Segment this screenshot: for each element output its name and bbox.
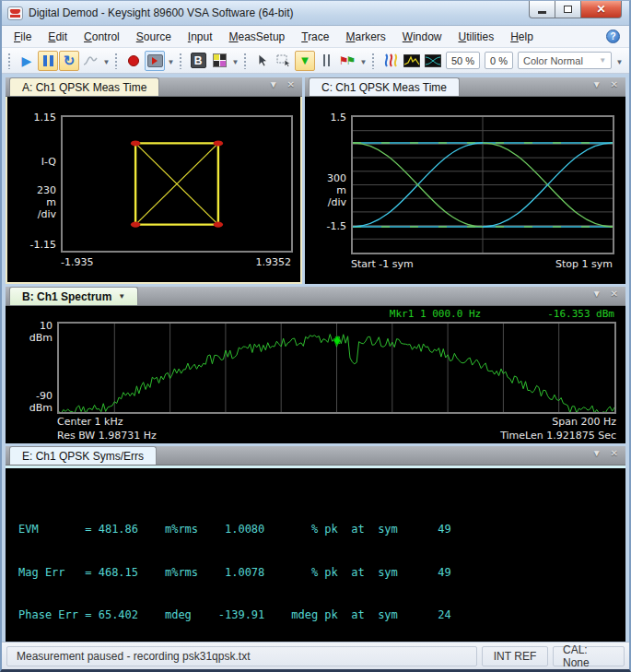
menu-meassetup[interactable]: MeasSetup (221, 28, 294, 46)
layout-dropdown[interactable]: ▼ (230, 52, 240, 70)
panel-a-x-axis: -1.935 1.9352 (7, 253, 293, 282)
menu-window[interactable]: Window (394, 28, 450, 46)
zoom-select-button[interactable] (274, 51, 294, 71)
panel-c-y-axis: 1.5 300 m /div -1.5 (305, 115, 351, 254)
minimize-icon (538, 11, 546, 14)
toolbar-grip[interactable] (7, 53, 12, 69)
display-dropdown[interactable]: ▼ (614, 52, 625, 70)
y-scale-unit: m (46, 196, 56, 208)
flags-icon: ⚑⚑ (339, 55, 356, 66)
restore-icon (564, 6, 572, 13)
menu-trace[interactable]: Trace (293, 28, 337, 46)
pointer-icon (256, 53, 269, 67)
toolbar-grip[interactable] (371, 53, 376, 69)
eye-diagram-plot (351, 115, 614, 254)
menu-edit[interactable]: Edit (40, 28, 76, 46)
marker-coupling-button[interactable]: ⚑⚑ (337, 51, 357, 71)
tab-a-qpsk-meas-time[interactable]: A: Ch1 QPSK Meas Time (9, 77, 159, 96)
panel-a-tabbar: A: Ch1 QPSK Meas Time ▼ ✕ (6, 77, 302, 97)
tab-b-spectrum[interactable]: B: Ch1 Spectrum ▼ (9, 287, 138, 305)
tab-e-syms-errs[interactable]: E: Ch1 QPSK Syms/Errs (9, 446, 157, 465)
menu-help[interactable]: Help (502, 28, 542, 46)
app-icon (7, 6, 23, 20)
span-label: Span 200 Hz (552, 416, 616, 428)
mag-err-row: Mag Err = 468.15 m%rms 1.0078 % pk at sy… (18, 566, 625, 581)
recording-player-button[interactable] (145, 51, 165, 71)
x-axis-stop-label: Stop 1 sym (555, 258, 613, 284)
spectrum-view-button[interactable] (402, 51, 422, 71)
x-axis-left-label: -1.935 (61, 256, 93, 282)
toolbar-grip[interactable] (179, 53, 183, 69)
panel-e-menu-button[interactable]: ▼ (592, 449, 602, 458)
marker-peak-button[interactable]: ▼ (295, 51, 315, 71)
panel-c-x-axis: Start -1 sym Stop 1 sym (305, 254, 614, 284)
color-scheme-value: Color Normal (523, 55, 583, 66)
pause-button[interactable] (38, 51, 58, 71)
menu-file[interactable]: File (6, 28, 40, 46)
y-axis-top-value: 10 (40, 320, 53, 332)
time-len-label: TimeLen 1.921875 Sec (500, 430, 616, 442)
single-sweep-button[interactable] (80, 51, 100, 71)
toolbar: ▶ ↻ ▼ ▼ B ▼ ▼ ⚑⚑ ▼ (2, 48, 629, 74)
layout-grid-icon (213, 53, 227, 67)
panel-b-tabbar: B: Ch1 Spectrum ▼ ▼ ✕ (6, 287, 625, 306)
y-axis-bottom-label: -1.5 (327, 220, 346, 232)
x-zoom-field[interactable]: 50 % (446, 52, 480, 69)
panel-a-menu-button[interactable]: ▼ (269, 80, 278, 89)
y-scale-value: 230 (37, 184, 56, 196)
panel-c-menu-button[interactable]: ▼ (592, 80, 602, 89)
help-icon[interactable]: ? (606, 29, 620, 43)
minimize-button[interactable] (529, 1, 555, 18)
eye-view-button[interactable] (423, 51, 443, 71)
menu-control[interactable]: Control (76, 28, 128, 46)
record-dropdown[interactable]: ▼ (166, 52, 176, 70)
panel-b-menu-button[interactable]: ▼ (592, 289, 602, 299)
calibration-indicator[interactable]: CAL: None (553, 646, 625, 666)
panel-e-tabbar: E: Ch1 QPSK Syms/Errs ▼ ✕ (6, 446, 625, 466)
trace-layout-button[interactable] (209, 51, 229, 71)
marker-readout-row: Mkr1 1 000.0 Hz -16.353 dBm (6, 308, 616, 322)
x-axis-start-label: Start -1 sym (351, 258, 414, 284)
tab-dropdown-icon[interactable]: ▼ (118, 292, 125, 301)
record-icon (128, 55, 139, 66)
menu-source[interactable]: Source (128, 28, 180, 46)
center-freq-label: Center 1 kHz (57, 416, 123, 428)
y-scale-value: 300 (327, 172, 346, 184)
restore-button[interactable] (555, 1, 580, 18)
play-button[interactable]: ▶ (17, 51, 37, 71)
marker-diamond-icon (333, 335, 341, 347)
marker-triangle-icon: ▼ (299, 54, 311, 66)
control-dropdown[interactable]: ▼ (101, 52, 111, 70)
toolbar-grip[interactable] (114, 53, 119, 69)
panel-e-close-button[interactable]: ✕ (611, 449, 618, 458)
menu-input[interactable]: Input (180, 28, 221, 46)
evm-row: EVM = 481.86 m%rms 1.0080 % pk at sym 49 (18, 523, 625, 537)
spectrum-marker-1[interactable]: 1 (333, 335, 341, 347)
continuous-button[interactable]: ↻ (59, 51, 79, 71)
panel-a-y-axis: 1.15 I-Q 230 m /div -1.15 (7, 115, 61, 253)
panel-b-close-button[interactable]: ✕ (611, 289, 618, 299)
app-window: Digital Demod - Keysight 89600 VSA Softw… (0, 0, 631, 672)
menu-utilities[interactable]: Utilities (450, 28, 503, 46)
color-scheme-select[interactable]: Color Normal ▼ (518, 52, 612, 69)
panel-c-close-button[interactable]: ✕ (611, 80, 618, 89)
window-controls: ✕ (529, 1, 622, 18)
y-scale-per-div: /div (38, 208, 56, 220)
zoom-select-icon (276, 54, 291, 67)
toolbar-grip[interactable] (243, 53, 248, 69)
close-button[interactable]: ✕ (580, 1, 622, 18)
markers-dropdown[interactable]: ▼ (358, 52, 368, 70)
colormap-button[interactable] (380, 51, 401, 71)
panel-b: B: Ch1 Spectrum ▼ ▼ ✕ Mkr1 1 000.0 Hz -1… (6, 287, 625, 443)
menu-markers[interactable]: Markers (337, 28, 393, 46)
marker-offset-button[interactable] (316, 51, 336, 71)
bold-button[interactable]: B (188, 51, 208, 71)
y-zoom-field[interactable]: 0 % (485, 52, 513, 69)
panel-a-close-button[interactable]: ✕ (287, 80, 295, 89)
pointer-tool-button[interactable] (252, 51, 273, 71)
y-axis-name: I-Q (41, 156, 56, 168)
tab-c-qpsk-meas-time[interactable]: C: Ch1 QPSK Meas Time (309, 77, 460, 96)
reference-indicator[interactable]: INT REF (482, 646, 548, 666)
record-button[interactable] (123, 51, 144, 71)
panel-a: A: Ch1 QPSK Meas Time ▼ ✕ 1.15 I-Q 230 (6, 77, 302, 284)
